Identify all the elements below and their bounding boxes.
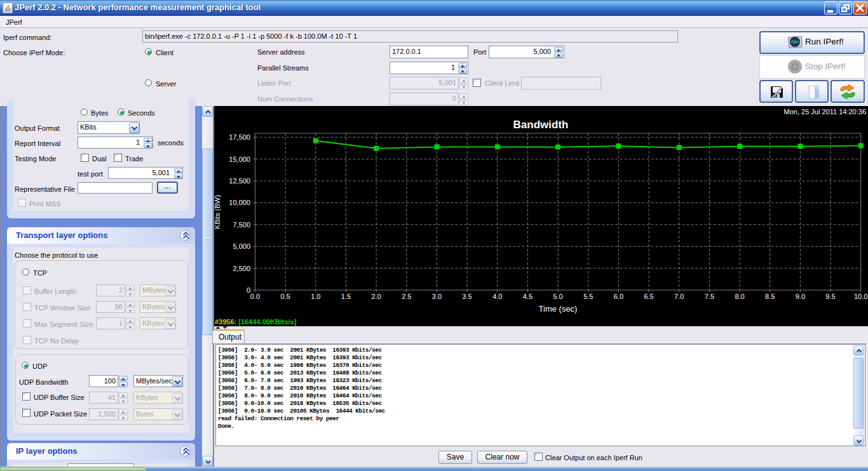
svg-text:7,500: 7,500 <box>233 221 250 229</box>
svg-text:12,500: 12,500 <box>229 177 250 185</box>
svg-text:9.0: 9.0 <box>796 293 805 300</box>
svg-text:10.0: 10.0 <box>854 293 867 300</box>
svg-text:10,000: 10,000 <box>229 199 250 206</box>
svg-text:KBits (BW): KBits (BW) <box>214 195 221 229</box>
svg-text:5.0: 5.0 <box>553 293 562 300</box>
svg-text:9.5: 9.5 <box>825 293 835 300</box>
svg-text:Mon, 25 Jul 2011 14:20:36: Mon, 25 Jul 2011 14:20:36 <box>784 108 866 116</box>
svg-text:2.0: 2.0 <box>371 293 381 300</box>
svg-text:7.0: 7.0 <box>674 293 684 300</box>
svg-text:3.5: 3.5 <box>462 293 471 300</box>
svg-text:Bandwidth: Bandwidth <box>513 119 569 131</box>
svg-text:8.0: 8.0 <box>735 293 744 300</box>
svg-text:0.0: 0.0 <box>250 293 260 300</box>
svg-text:17,500: 17,500 <box>229 133 250 141</box>
svg-text:5,000: 5,000 <box>233 242 250 250</box>
svg-text:3.0: 3.0 <box>432 293 442 300</box>
svg-text:4.5: 4.5 <box>523 293 532 300</box>
svg-text:5.5: 5.5 <box>583 293 593 300</box>
svg-text:Time (sec): Time (sec) <box>539 304 578 314</box>
svg-text:4.0: 4.0 <box>492 293 502 300</box>
svg-text:1.5: 1.5 <box>341 293 351 300</box>
svg-text:7.5: 7.5 <box>705 293 714 300</box>
svg-text:6.5: 6.5 <box>644 293 653 300</box>
svg-text:2,500: 2,500 <box>233 265 250 272</box>
svg-text:0.5: 0.5 <box>281 293 290 300</box>
svg-text:2.5: 2.5 <box>402 293 411 300</box>
svg-text:6.0: 6.0 <box>614 293 623 300</box>
svg-text:1.0: 1.0 <box>311 293 320 300</box>
svg-text:15,000: 15,000 <box>229 156 250 163</box>
svg-text:8.5: 8.5 <box>765 293 775 300</box>
